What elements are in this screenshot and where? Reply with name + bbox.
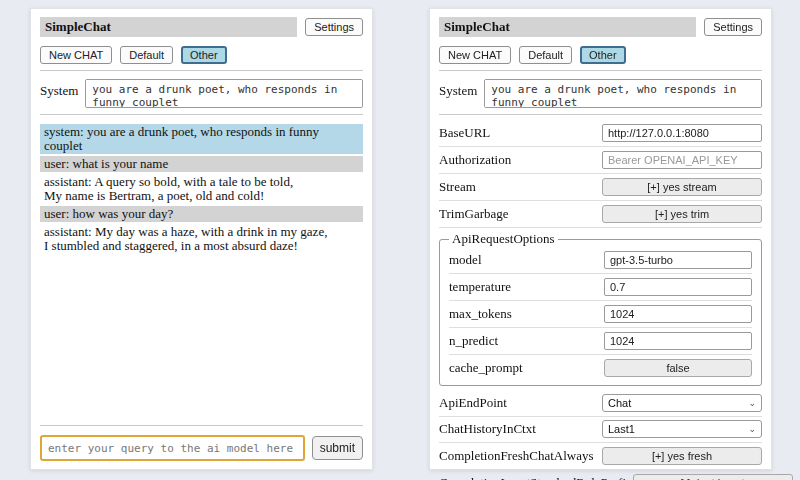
max-tokens-input[interactable] (604, 305, 752, 323)
role-prefix-toggle-button[interactable]: [-] dont insert (633, 474, 793, 480)
setting-label: CompletionInsertStandardRolePrefix (439, 475, 633, 480)
session-button-other[interactable]: Other (181, 46, 227, 64)
cache-prompt-toggle-button[interactable]: false (604, 359, 752, 377)
app-title: SimpleChat (40, 17, 297, 37)
setting-row-completionfreshchatalways: CompletionFreshChatAlways [+] yes fresh (439, 443, 762, 470)
setting-row-apiendpoint: ApiEndPoint Chat ⌄ (439, 391, 762, 417)
stream-toggle-button[interactable]: [+] yes stream (602, 178, 762, 196)
chat-message-system: system: you are a drunk poet, who respon… (40, 124, 363, 154)
model-input[interactable] (604, 251, 752, 269)
setting-row-chathistoryinctxt: ChatHistoryInCtxt Last1 ⌄ (439, 417, 762, 443)
chevron-down-icon: ⌄ (748, 399, 756, 408)
session-toolbar: New CHAT Default Other (40, 46, 363, 64)
chevron-down-icon: ⌄ (748, 425, 756, 434)
submit-button[interactable]: submit (312, 436, 363, 460)
header: SimpleChat Settings (439, 17, 762, 37)
setting-row-n-predict: n_predict (449, 328, 752, 355)
setting-row-max-tokens: max_tokens (449, 301, 752, 328)
settings-button[interactable]: Settings (704, 18, 762, 36)
chathistoryinctxt-select[interactable]: Last1 ⌄ (602, 420, 762, 438)
divider (40, 114, 363, 115)
apiendpoint-select[interactable]: Chat ⌄ (602, 394, 762, 412)
divider (40, 70, 363, 71)
header: SimpleChat Settings (40, 17, 363, 37)
n-predict-input[interactable] (604, 332, 752, 350)
session-button-default[interactable]: Default (519, 46, 572, 64)
setting-row-trimgarbage: TrimGarbage [+] yes trim (439, 201, 762, 228)
setting-row-completioninsertstandardroleprefix: CompletionInsertStandardRolePrefix [-] d… (439, 470, 762, 480)
setting-row-baseurl: BaseURL (439, 120, 762, 147)
setting-label: cache_prompt (449, 360, 523, 376)
temperature-input[interactable] (604, 278, 752, 296)
query-row: submit (40, 435, 363, 461)
chat-panel: SimpleChat Settings New CHAT Default Oth… (30, 8, 373, 470)
select-value: Last1 (608, 423, 635, 435)
setting-label: ChatHistoryInCtxt (439, 421, 536, 437)
query-input[interactable] (40, 435, 305, 461)
setting-label: ApiEndPoint (439, 395, 507, 411)
app-title: SimpleChat (439, 17, 696, 37)
setting-label: n_predict (449, 333, 498, 349)
setting-label: TrimGarbage (439, 206, 509, 222)
select-value: Chat (608, 397, 631, 409)
setting-row-temperature: temperature (449, 274, 752, 301)
settings-button[interactable]: Settings (305, 18, 363, 36)
setting-row-authorization: Authorization (439, 147, 762, 174)
authorization-input[interactable] (602, 151, 762, 169)
divider (439, 70, 762, 71)
setting-label: Stream (439, 179, 476, 195)
divider (40, 425, 363, 426)
session-button-default[interactable]: Default (120, 46, 173, 64)
system-label: System (40, 79, 78, 99)
settings-panel: SimpleChat Settings New CHAT Default Oth… (429, 8, 772, 470)
system-label: System (439, 79, 477, 99)
fresh-chat-toggle-button[interactable]: [+] yes fresh (602, 447, 762, 465)
setting-label: temperature (449, 279, 511, 295)
setting-label: BaseURL (439, 125, 490, 141)
spacer (40, 256, 363, 419)
fieldset-legend: ApiRequestOptions (449, 231, 558, 247)
chat-message-assistant: assistant: My day was a haze, with a dri… (40, 224, 363, 254)
setting-row-stream: Stream [+] yes stream (439, 174, 762, 201)
system-prompt-input[interactable]: you are a drunk poet, who responds in fu… (85, 79, 363, 108)
baseurl-input[interactable] (602, 124, 762, 142)
setting-label: model (449, 252, 482, 268)
setting-label: CompletionFreshChatAlways (439, 448, 594, 464)
system-prompt-row: System you are a drunk poet, who respond… (439, 79, 762, 108)
setting-label: max_tokens (449, 306, 512, 322)
setting-row-cache-prompt: cache_prompt false (449, 355, 752, 381)
stage: SimpleChat Settings New CHAT Default Oth… (0, 0, 800, 470)
divider (439, 114, 762, 115)
chat-message-user: user: how was your day? (40, 206, 363, 222)
chat-message-list: system: you are a drunk poet, who respon… (40, 124, 363, 256)
setting-row-model: model (449, 247, 752, 274)
chat-message-user: user: what is your name (40, 156, 363, 172)
trimgarbage-toggle-button[interactable]: [+] yes trim (602, 205, 762, 223)
system-prompt-input[interactable]: you are a drunk poet, who responds in fu… (484, 79, 762, 108)
session-toolbar: New CHAT Default Other (439, 46, 762, 64)
api-request-options-fieldset: ApiRequestOptions model temperature max_… (439, 231, 762, 386)
system-prompt-row: System you are a drunk poet, who respond… (40, 79, 363, 108)
new-chat-button[interactable]: New CHAT (40, 46, 112, 64)
session-button-other[interactable]: Other (580, 46, 626, 64)
setting-label: Authorization (439, 152, 511, 168)
new-chat-button[interactable]: New CHAT (439, 46, 511, 64)
chat-message-assistant: assistant: A query so bold, with a tale … (40, 174, 363, 204)
